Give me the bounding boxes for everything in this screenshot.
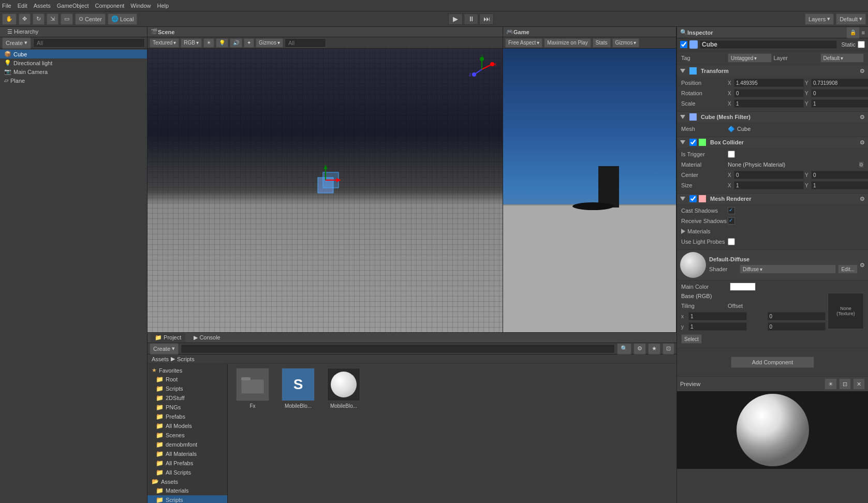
box-collider-options[interactable]: ⚙ (860, 139, 865, 146)
hand-tool-btn[interactable]: ✋ (2, 13, 17, 25)
size-x-field[interactable] (734, 181, 804, 189)
material-options[interactable]: ⚙ (860, 262, 865, 269)
sidebar-materials[interactable]: 📁 Materials (148, 486, 227, 495)
sidebar-item-all-scripts[interactable]: 📁 All Scripts (148, 468, 227, 477)
receive-shadows-checkbox[interactable] (728, 217, 735, 225)
asset-mobileblo-s[interactable]: S MobileBlo... (277, 368, 319, 409)
tiling-y-field[interactable] (688, 322, 747, 331)
space-btn[interactable]: 🌐 Local (108, 13, 137, 25)
center-y-field[interactable] (811, 171, 868, 179)
obj-name-field[interactable] (700, 40, 837, 49)
center-x-field[interactable] (734, 171, 804, 179)
hierarchy-create-btn[interactable]: Create ▾ (2, 37, 31, 49)
rot-x-field[interactable] (734, 89, 804, 97)
sidebar-item-demobmfont[interactable]: 📁 demobmfont (148, 440, 227, 449)
sidebar-item-pngs[interactable]: 📁 PNGs (148, 403, 227, 412)
transform-header[interactable]: Transform ⚙ (677, 66, 868, 76)
sidebar-item-all-materials[interactable]: 📁 All Materials (148, 449, 227, 458)
rotate-tool-btn[interactable]: ↻ (33, 13, 45, 25)
select-btn[interactable]: Select (681, 334, 702, 344)
hierarchy-item-cube[interactable]: 📦 Cube (0, 50, 147, 58)
rgb-btn[interactable]: RGB ▾ (181, 38, 202, 48)
shader-dropdown[interactable]: Diffuse ▾ (740, 264, 836, 274)
menu-edit[interactable]: Edit (18, 3, 27, 9)
offset-y-field[interactable] (768, 322, 826, 331)
hierarchy-search[interactable] (33, 38, 145, 48)
menu-help[interactable]: Help (157, 3, 169, 9)
tiling-x-field[interactable] (688, 312, 747, 320)
free-aspect-btn[interactable]: Free Aspect ▾ (505, 38, 542, 48)
tag-dropdown[interactable]: Untagged ▾ (728, 53, 772, 63)
step-button[interactable]: ⏭ (479, 13, 494, 25)
mesh-renderer-options[interactable]: ⚙ (860, 196, 865, 202)
material-select-btn[interactable]: ⊙ (859, 161, 864, 168)
pos-y-field[interactable] (811, 79, 868, 87)
preview-options-btn[interactable]: ⊡ (839, 378, 851, 390)
stats-btn[interactable]: Stats (593, 38, 611, 48)
mesh-filter-options[interactable]: ⚙ (860, 114, 865, 121)
scene-search[interactable] (285, 38, 326, 48)
sidebar-item-all-prefabs[interactable]: 📁 All Prefabs (148, 458, 227, 468)
menu-component[interactable]: Component (95, 3, 124, 9)
scene-audio-icon[interactable]: 🔊 (230, 38, 242, 48)
menu-assets[interactable]: Assets (34, 3, 51, 9)
project-maximize-btn[interactable]: ⊡ (663, 343, 674, 354)
project-search[interactable] (181, 344, 615, 353)
asset-mobileblo-white[interactable]: MobileBlo... (323, 368, 364, 409)
hierarchy-tab1[interactable]: ☰ Hierarchy (3, 27, 42, 36)
project-tab[interactable]: 📁 Project (151, 333, 185, 342)
sidebar-item-root[interactable]: 📁 Root (148, 375, 227, 384)
sidebar-item-prefabs[interactable]: 📁 Prefabs (148, 412, 227, 421)
sidebar-item-scripts[interactable]: 📁 Scripts (148, 384, 227, 393)
menu-gameobject[interactable]: GameObject (57, 3, 89, 9)
scale-x-field[interactable] (734, 99, 804, 108)
pos-x-field[interactable] (734, 79, 804, 87)
play-button[interactable]: ▶ (448, 13, 463, 25)
asset-fx[interactable]: Fx (232, 368, 273, 409)
rot-y-field[interactable] (811, 89, 868, 97)
hierarchy-item-plane[interactable]: ▱ Plane (0, 76, 147, 85)
add-component-btn[interactable]: Add Component (731, 357, 815, 368)
box-collider-header[interactable]: Box Collider ⚙ (677, 137, 868, 147)
sidebar-scripts[interactable]: 📁 Scripts (148, 495, 227, 503)
inspector-lock-btn[interactable]: 🔒 (846, 27, 860, 38)
pivot-btn[interactable]: ⊙ Center (75, 13, 106, 25)
scene-light-icon[interactable]: 💡 (216, 38, 228, 48)
game-gizmos-btn[interactable]: Gizmos ▾ (612, 38, 640, 48)
cast-shadows-checkbox[interactable] (728, 207, 735, 214)
static-checkbox[interactable] (858, 41, 865, 48)
rect-tool-btn[interactable]: ▭ (61, 13, 73, 25)
sidebar-item-all-models[interactable]: 📁 All Models (148, 421, 227, 431)
maximize-on-play-btn[interactable]: Maximize on Play (544, 38, 591, 48)
sidebar-item-scenes[interactable]: 📁 Scenes (148, 431, 227, 440)
scene-fx-icon[interactable]: ✦ (244, 38, 254, 48)
offset-x-field[interactable] (768, 312, 826, 320)
box-collider-enabled[interactable] (689, 139, 697, 146)
hierarchy-item-main-camera[interactable]: 📷 Main Camera (0, 67, 147, 76)
move-tool-btn[interactable]: ✥ (19, 13, 31, 25)
obj-active-checkbox[interactable] (680, 41, 687, 48)
scene-sun-icon[interactable]: ☀ (203, 38, 214, 48)
is-trigger-checkbox[interactable] (728, 151, 735, 158)
console-tab[interactable]: ▶ Console (189, 333, 224, 342)
texture-slot[interactable]: None (Texture) (828, 293, 864, 329)
sidebar-assets-header[interactable]: 📂 Assets (148, 477, 227, 486)
game-canvas[interactable] (503, 49, 676, 332)
menu-window[interactable]: Window (130, 3, 151, 9)
transform-options[interactable]: ⚙ (860, 68, 865, 75)
scale-tool-btn[interactable]: ⇲ (47, 13, 58, 25)
menu-file[interactable]: File (2, 3, 11, 9)
scene-canvas[interactable]: X Y Z (148, 49, 503, 332)
layer-dropdown[interactable]: Default ▾ (820, 53, 864, 63)
size-y-field[interactable] (811, 181, 868, 189)
sidebar-item-2dstuff[interactable]: 📁 2DStuff (148, 393, 227, 403)
gizmos-btn[interactable]: Gizmos ▾ (256, 38, 283, 48)
project-settings-btn[interactable]: ⚙ (634, 343, 646, 354)
project-search-btn[interactable]: 🔍 (617, 343, 631, 354)
main-color-swatch[interactable] (730, 283, 756, 291)
project-create-btn[interactable]: Create ▾ (150, 343, 179, 354)
pause-button[interactable]: ⏸ (464, 13, 478, 25)
mesh-renderer-header[interactable]: Mesh Renderer ⚙ (677, 194, 868, 204)
layers-dropdown[interactable]: Layers ▾ (805, 13, 834, 25)
preview-close-btn[interactable]: ✕ (853, 378, 865, 390)
